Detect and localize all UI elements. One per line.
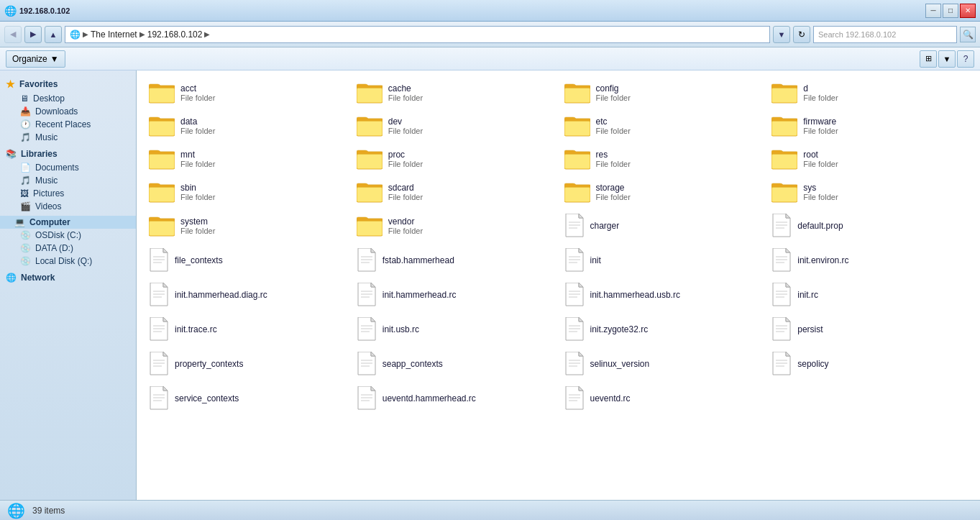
path-dropdown-button[interactable]: ▼ <box>773 26 790 43</box>
file-icon <box>149 248 169 273</box>
list-item[interactable]: config File folder <box>559 78 766 108</box>
address-path[interactable]: 🌐 ▶ The Internet ▶ 192.168.0.102 ▶ <box>65 26 770 43</box>
list-item[interactable]: init.trace.rc <box>144 314 350 345</box>
list-item[interactable]: root File folder <box>766 144 973 174</box>
sidebar-item-documents[interactable]: 📄 Documents <box>0 161 136 174</box>
file-name: file_contexts <box>175 255 223 265</box>
list-item[interactable]: ueventd.rc <box>559 383 766 414</box>
file-info: persist <box>797 324 823 334</box>
list-item[interactable]: mnt File folder <box>144 144 350 174</box>
sidebar-network-header[interactable]: 🌐 Network <box>0 270 136 285</box>
path-ip: 192.168.0.102 <box>147 29 203 40</box>
sidebar-downloads-label: Downloads <box>35 106 78 117</box>
list-item[interactable]: firmware File folder <box>766 111 973 141</box>
sidebar-item-osdisk[interactable]: 💿 OSDisk (C:) <box>0 229 136 242</box>
maximize-button[interactable]: □ <box>943 4 958 18</box>
list-item[interactable]: proc File folder <box>352 144 558 174</box>
list-item[interactable]: data File folder <box>144 111 350 141</box>
sidebar-favorites-label: Favorites <box>19 79 58 89</box>
list-item[interactable]: selinux_version <box>559 348 766 380</box>
search-box[interactable]: Search 192.168.0.102 <box>813 26 957 43</box>
list-item[interactable]: res File folder <box>559 144 766 174</box>
up-button[interactable]: ▲ <box>45 26 62 43</box>
back-button[interactable]: ◀ <box>4 26 22 43</box>
list-item[interactable]: d File folder <box>766 78 973 108</box>
sidebar-item-downloads[interactable]: 📥 Downloads <box>0 105 136 118</box>
file-icon <box>771 283 792 307</box>
list-item[interactable]: file_contexts <box>144 245 350 276</box>
list-item[interactable]: sepolicy <box>766 348 973 380</box>
list-item[interactable]: init.usb.rc <box>352 314 558 345</box>
list-item[interactable]: system File folder <box>144 210 350 242</box>
minimize-button[interactable]: ─ <box>925 4 941 18</box>
list-item[interactable]: sys File folder <box>766 177 973 207</box>
list-item[interactable]: init.hammerhead.diag.rc <box>144 279 350 311</box>
list-item[interactable]: persist <box>766 314 973 345</box>
sidebar-pictures-label: Pictures <box>33 188 64 199</box>
list-item[interactable]: dev File folder <box>352 111 558 141</box>
close-button[interactable]: ✕ <box>960 4 976 18</box>
list-item[interactable]: acct File folder <box>144 78 350 108</box>
file-info: system File folder <box>180 216 215 235</box>
file-info: data File folder <box>180 117 215 135</box>
file-info: init.hammerhead.diag.rc <box>175 290 267 300</box>
file-type: File folder <box>803 160 838 168</box>
file-name: storage <box>596 183 631 193</box>
list-item[interactable]: init.rc <box>766 279 973 311</box>
file-name: init.hammerhead.usb.rc <box>590 290 680 300</box>
list-item[interactable]: init.hammerhead.rc <box>352 279 558 311</box>
sidebar-item-data[interactable]: 💿 DATA (D:) <box>0 242 136 255</box>
list-item[interactable]: sbin File folder <box>144 177 350 207</box>
list-item[interactable]: etc File folder <box>559 111 766 141</box>
sidebar-item-pictures[interactable]: 🖼 Pictures <box>0 187 136 200</box>
sidebar-item-desktop[interactable]: 🖥 Desktop <box>0 92 136 105</box>
search-button[interactable]: 🔍 <box>960 27 976 42</box>
list-item[interactable]: sdcard File folder <box>352 177 558 207</box>
list-item[interactable]: cache File folder <box>352 78 558 108</box>
file-info: init.hammerhead.rc <box>383 290 457 300</box>
svg-rect-35 <box>772 155 797 168</box>
file-icon <box>564 386 585 411</box>
list-item[interactable]: default.prop <box>766 210 973 242</box>
view-dropdown-button[interactable]: ▼ <box>938 50 956 68</box>
list-item[interactable]: ueventd.hammerhead.rc <box>352 383 558 414</box>
organize-button[interactable]: Organize ▼ <box>6 50 65 68</box>
recent-icon: 🕐 <box>20 119 31 129</box>
file-name: charger <box>590 221 620 231</box>
path-internet: 🌐 <box>70 29 81 40</box>
osdisk-icon: 💿 <box>20 230 31 240</box>
refresh-button[interactable]: ↻ <box>793 26 810 43</box>
list-item[interactable]: service_contexts <box>144 383 350 414</box>
list-item[interactable]: charger <box>559 210 766 242</box>
sidebar-item-computer[interactable]: 💻 Computer <box>0 216 136 229</box>
sidebar-favorites-header: ★ Favorites <box>0 76 136 92</box>
list-item[interactable]: storage File folder <box>559 177 766 207</box>
status-globe-icon: 🌐 <box>7 502 25 519</box>
list-item[interactable]: property_contexts <box>144 348 350 380</box>
sidebar-item-videos[interactable]: 🎬 Videos <box>0 200 136 213</box>
file-type: File folder <box>803 93 838 102</box>
file-info: init.usb.rc <box>383 324 419 334</box>
forward-button[interactable]: ▶ <box>24 26 42 43</box>
list-item[interactable]: init.zygote32.rc <box>559 314 766 345</box>
view-options-button[interactable]: ⊞ <box>920 50 937 68</box>
list-item[interactable]: init.hammerhead.usb.rc <box>559 279 766 311</box>
list-item[interactable]: vendor File folder <box>352 210 558 242</box>
path-internet-label: The Internet <box>91 29 137 40</box>
file-name: etc <box>596 117 631 127</box>
sidebar-item-local[interactable]: 💿 Local Disk (Q:) <box>0 255 136 268</box>
list-item[interactable]: init <box>559 245 766 276</box>
file-name: vendor <box>388 216 423 227</box>
sidebar-item-lib-music[interactable]: 🎵 Music <box>0 174 136 187</box>
list-item[interactable]: init.environ.rc <box>766 245 973 276</box>
help-button[interactable]: ? <box>957 50 974 68</box>
sidebar-documents-label: Documents <box>35 163 79 173</box>
list-item[interactable]: seapp_contexts <box>352 348 558 380</box>
sidebar-item-recent[interactable]: 🕐 Recent Places <box>0 118 136 131</box>
sidebar-item-music[interactable]: 🎵 Music <box>0 131 136 144</box>
svg-rect-8 <box>565 88 590 102</box>
library-icon: 📚 <box>6 149 17 159</box>
file-icon <box>149 352 169 376</box>
file-type: File folder <box>388 227 423 235</box>
list-item[interactable]: fstab.hammerhead <box>352 245 558 276</box>
